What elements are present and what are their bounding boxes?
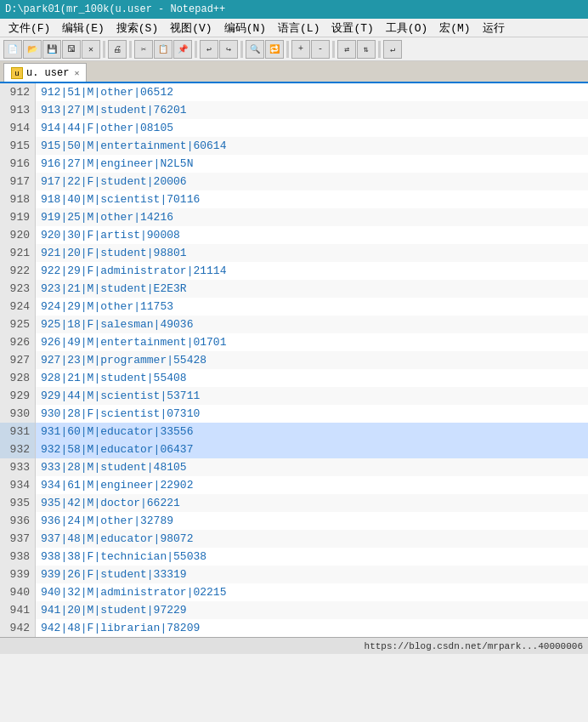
table-row: 917|22|F|student|20006 — [36, 173, 588, 190]
line-number: 927 — [0, 351, 35, 369]
code-text: 926|49|M|entertainment|01701 — [41, 333, 226, 351]
table-row: 934|61|M|engineer|22902 — [36, 476, 588, 494]
title-text: D:\park01(mr_100k(u.user - Notepad++ — [5, 3, 225, 15]
code-text: 920|30|F|artist|90008 — [41, 226, 180, 244]
table-row: 924|29|M|other|11753 — [36, 298, 588, 316]
table-row: 921|20|F|student|98801 — [36, 244, 588, 262]
line-number: 918 — [0, 190, 35, 208]
save-all-button[interactable]: 🖫 — [62, 40, 81, 59]
code-text: 930|28|F|scientist|07310 — [41, 405, 200, 423]
code-text: 932|58|M|educator|06437 — [41, 441, 193, 458]
menu-language[interactable]: 语言(L) — [273, 19, 325, 37]
line-number: 929 — [0, 387, 35, 405]
menu-search[interactable]: 搜索(S) — [111, 19, 163, 37]
print-button[interactable]: 🖨 — [108, 40, 127, 59]
table-row: 931|60|M|educator|33556 — [36, 423, 588, 441]
code-text: 916|27|M|engineer|N2L5N — [41, 155, 193, 173]
line-number: 937 — [0, 530, 35, 548]
line-number: 935 — [0, 494, 35, 512]
zoom-out-button[interactable]: - — [311, 40, 330, 59]
line-number: 934 — [0, 476, 35, 494]
table-row: 938|38|F|technician|55038 — [36, 548, 588, 566]
line-number: 926 — [0, 333, 35, 351]
table-row: 922|29|F|administrator|21114 — [36, 262, 588, 280]
table-row: 912|51|M|other|06512 — [36, 83, 588, 101]
code-text: 942|48|F|librarian|78209 — [41, 619, 200, 637]
menu-edit[interactable]: 编辑(E) — [57, 19, 109, 37]
save-button[interactable]: 💾 — [42, 40, 61, 59]
separator4 — [240, 41, 243, 58]
line-number: 936 — [0, 512, 35, 530]
menu-encoding[interactable]: 编码(N) — [219, 19, 271, 37]
table-row: 939|26|F|student|33319 — [36, 566, 588, 583]
new-button[interactable]: 📄 — [3, 40, 22, 59]
code-text: 919|25|M|other|14216 — [41, 208, 173, 226]
line-number: 920 — [0, 226, 35, 244]
menu-macro[interactable]: 宏(M) — [434, 19, 475, 37]
separator2 — [129, 41, 132, 58]
code-text: 927|23|M|programmer|55428 — [41, 351, 206, 369]
wrap-button[interactable]: ↵ — [383, 40, 402, 59]
line-number: 939 — [0, 566, 35, 583]
code-text: 914|44|F|other|08105 — [41, 119, 173, 137]
paste-button[interactable]: 📌 — [173, 40, 192, 59]
redo-button[interactable]: ↪ — [219, 40, 238, 59]
sync-button[interactable]: ⇄ — [337, 40, 356, 59]
code-text: 938|38|F|technician|55038 — [41, 548, 206, 566]
undo-button[interactable]: ↩ — [200, 40, 218, 59]
find-replace-button[interactable]: 🔁 — [265, 40, 284, 59]
zoom-in-button[interactable]: + — [291, 40, 310, 59]
status-text: https://blog.csdn.net/mrpark...40000006 — [365, 641, 583, 651]
code-text: 931|60|M|educator|33556 — [41, 423, 193, 441]
line-number: 917 — [0, 173, 35, 190]
open-button[interactable]: 📂 — [23, 40, 42, 59]
code-text: 915|50|M|entertainment|60614 — [41, 137, 226, 155]
code-text: 924|29|M|other|11753 — [41, 298, 173, 316]
code-text: 912|51|M|other|06512 — [41, 83, 173, 101]
find-button[interactable]: 🔍 — [246, 40, 264, 59]
code-text: 925|18|F|salesman|49036 — [41, 316, 193, 333]
code-text: 917|22|F|student|20006 — [41, 173, 187, 190]
line-number: 914 — [0, 119, 35, 137]
cut-button[interactable]: ✂ — [134, 40, 153, 59]
title-bar: D:\park01(mr_100k(u.user - Notepad++ — [0, 0, 588, 19]
code-text: 941|20|M|student|97229 — [41, 601, 187, 619]
line-number: 925 — [0, 316, 35, 333]
tab-label: u. user — [26, 67, 69, 79]
line-numbers-gutter: 9129139149159169179189199209219229239249… — [0, 83, 36, 637]
tab-user[interactable]: u u. user ✕ — [3, 63, 87, 82]
code-text: 928|21|M|student|55408 — [41, 369, 187, 387]
table-row: 914|44|F|other|08105 — [36, 119, 588, 137]
table-row: 936|24|M|other|32789 — [36, 512, 588, 530]
menu-file[interactable]: 文件(F) — [3, 19, 55, 37]
line-number: 922 — [0, 262, 35, 280]
menu-run[interactable]: 运行 — [478, 19, 510, 37]
menu-settings[interactable]: 设置(T) — [326, 19, 378, 37]
line-number: 915 — [0, 137, 35, 155]
line-number: 916 — [0, 155, 35, 173]
code-text: 922|29|F|administrator|21114 — [41, 262, 226, 280]
line-number: 940 — [0, 583, 35, 601]
tab-icon: u — [11, 67, 23, 79]
table-row: 916|27|M|engineer|N2L5N — [36, 155, 588, 173]
sync2-button[interactable]: ⇅ — [357, 40, 376, 59]
table-row: 933|28|M|student|48105 — [36, 458, 588, 476]
line-number: 932 — [0, 441, 35, 458]
tab-close-button[interactable]: ✕ — [74, 68, 79, 78]
line-number: 912 — [0, 83, 35, 101]
table-row: 913|27|M|student|76201 — [36, 101, 588, 119]
line-number: 924 — [0, 298, 35, 316]
menu-view[interactable]: 视图(V) — [165, 19, 217, 37]
code-text: 934|61|M|engineer|22902 — [41, 476, 193, 494]
close-button[interactable]: ✕ — [82, 40, 100, 59]
line-number: 941 — [0, 601, 35, 619]
menu-tools[interactable]: 工具(O) — [381, 19, 433, 37]
table-row: 930|28|F|scientist|07310 — [36, 405, 588, 423]
copy-button[interactable]: 📋 — [154, 40, 172, 59]
table-row: 919|25|M|other|14216 — [36, 208, 588, 226]
code-text: 936|24|M|other|32789 — [41, 512, 173, 530]
code-text: 940|32|M|administrator|02215 — [41, 583, 226, 601]
table-row: 915|50|M|entertainment|60614 — [36, 137, 588, 155]
code-text: 937|48|M|educator|98072 — [41, 530, 193, 548]
line-number: 942 — [0, 619, 35, 637]
